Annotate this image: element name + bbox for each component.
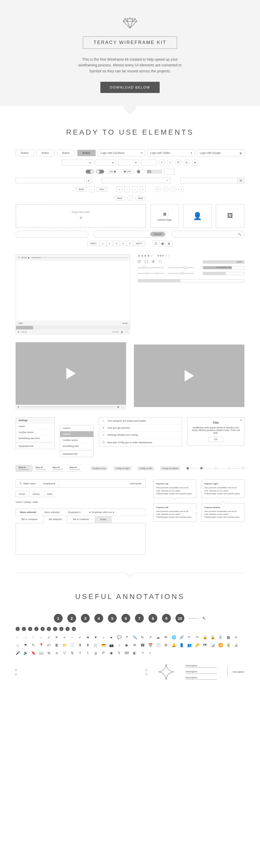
settings-item-2[interactable]: Another action (16, 429, 54, 435)
checkbox-on[interactable] (138, 260, 141, 263)
submenu-item-5[interactable]: Separated link (60, 450, 94, 457)
social-circle-4[interactable]: in (184, 159, 190, 166)
menu-toggle[interactable]: ☰ Slider menu (16, 480, 39, 488)
search-icon[interactable]: 🔍 (238, 233, 243, 236)
settings-item-1[interactable]: Action (16, 424, 54, 429)
heart-rating[interactable]: ♥♥♥♡♡ (157, 254, 171, 257)
input-with-addon[interactable]: @ (180, 178, 245, 183)
video-thumb-1[interactable] (15, 342, 126, 405)
rewind-icon[interactable]: ⟲ (18, 256, 20, 259)
page-4[interactable]: 4 (120, 241, 126, 246)
avatar-box[interactable]: 👤 (183, 204, 212, 227)
video-scrubber[interactable] (16, 326, 130, 330)
search-rounded[interactable] (15, 231, 88, 238)
radio-off[interactable] (159, 260, 162, 263)
step-3[interactable]: Step 03Text example (50, 465, 68, 472)
step-4[interactable]: Step 04Text example (67, 465, 84, 472)
page-prev[interactable]: ‹ (89, 186, 95, 192)
download-button[interactable]: DOWNLOAD BELOW (100, 82, 159, 93)
search-button[interactable]: Search (150, 232, 165, 237)
video-thumb-2[interactable] (134, 345, 245, 407)
login-twitter-button[interactable]: Login with Twittert (147, 150, 195, 156)
next-pill-button[interactable]: Next (135, 196, 146, 200)
dot-3[interactable] (214, 467, 217, 469)
social-circle-3[interactable]: P (175, 159, 182, 166)
slider-3[interactable] (138, 273, 164, 274)
toggle-off-dark[interactable] (96, 169, 104, 174)
nav-dropdown[interactable]: Dropdown ▾ (39, 480, 59, 488)
menu-sel-1[interactable]: Menu selected (16, 509, 40, 516)
dot-5[interactable] (242, 467, 245, 469)
view-card-icon[interactable]: ⊞ (165, 241, 172, 246)
image-box[interactable]: 🖼 (216, 204, 245, 227)
pager-prev[interactable]: ‹ (124, 186, 130, 192)
page-5[interactable]: 5 (126, 241, 134, 246)
page-3[interactable]: 3 (113, 241, 120, 246)
submenu-item-1[interactable]: Action1 › (60, 425, 94, 431)
volume-icon[interactable]: 🔊 (117, 406, 120, 408)
toggle-off-label[interactable]: OFF (121, 169, 135, 174)
pager-first[interactable]: « (116, 186, 122, 192)
round-pager-last[interactable]: » (178, 186, 184, 192)
tab-2[interactable]: Tab selected (43, 516, 67, 523)
login-google-button[interactable]: Login with Googleg (197, 150, 245, 156)
dot-1[interactable] (186, 467, 189, 469)
dot-4[interactable] (228, 467, 231, 469)
back-button[interactable]: Back (76, 187, 87, 192)
next-button[interactable]: Next (97, 187, 107, 192)
submenu-item-3[interactable]: Another action (60, 437, 94, 443)
menu-sel-2[interactable]: Menu selected (40, 509, 64, 516)
play-icon[interactable]: ▶ (18, 406, 20, 408)
back-pill-button[interactable]: Back (114, 196, 125, 200)
search-with-icon[interactable]: 🔍 (172, 231, 245, 238)
round-pager-first[interactable]: « (155, 186, 161, 192)
dropdown-2[interactable]: ▾ (95, 160, 116, 165)
crumb-home[interactable]: Home (15, 491, 29, 497)
button-3[interactable]: Button (57, 150, 75, 156)
stepper-input[interactable] (164, 169, 175, 175)
page-2[interactable]: 2 (106, 241, 113, 246)
text-input-clear[interactable]: ✕ (102, 178, 171, 183)
tab-1[interactable]: Tab in container (15, 516, 43, 523)
star-rating[interactable]: ★★★★☆ (138, 254, 153, 257)
segment-slider[interactable] (147, 170, 162, 174)
upload-image-box[interactable]: ▦ Upload image (150, 204, 179, 227)
modal-ok-button[interactable]: OK (209, 437, 223, 442)
addon-icon[interactable]: @ (237, 178, 245, 183)
button-4[interactable]: Button (77, 150, 96, 156)
video-canvas[interactable] (16, 261, 130, 320)
pager-last[interactable]: » (140, 186, 146, 192)
social-circle-2[interactable]: t (167, 159, 173, 166)
view-grid-icon[interactable]: ▦ (159, 241, 166, 246)
clear-icon[interactable]: ✕ (166, 179, 169, 182)
button-2[interactable]: Button (36, 150, 54, 156)
view-list-icon[interactable]: ☰ (153, 241, 159, 246)
step-2[interactable]: Step 02Text example (33, 465, 50, 472)
input-small[interactable] (141, 160, 156, 165)
submenu-item-2[interactable]: Action2 (60, 431, 94, 437)
play-small-icon[interactable]: ▶ (18, 331, 20, 333)
radio-on[interactable] (152, 260, 155, 263)
tab-3[interactable]: Tab in container (67, 516, 95, 523)
checkbox-off[interactable] (145, 260, 148, 263)
volume-icon[interactable]: 🔊 (121, 331, 123, 333)
settings-item-4[interactable]: Separated link (16, 442, 54, 449)
step-1[interactable]: Step 01Text example (15, 465, 34, 472)
page-1[interactable]: 1 (99, 241, 106, 246)
slider-2[interactable] (168, 267, 194, 268)
search-with-button[interactable]: Search (94, 231, 166, 238)
crumb-data[interactable]: Data (44, 491, 57, 497)
toggle-on-dark[interactable] (85, 169, 94, 174)
button-1[interactable]: Button (15, 150, 34, 156)
nav-user[interactable]: Username ▾ (126, 480, 145, 488)
round-pager-prev[interactable]: ‹ (163, 186, 169, 192)
play-icon[interactable]: ▶ (28, 256, 30, 259)
close-icon[interactable]: ✕ (240, 419, 242, 422)
login-facebook-button[interactable]: Login with Facebookf (98, 150, 145, 156)
text-input-1[interactable] (15, 178, 84, 183)
page-prev-btn[interactable]: PREV (87, 241, 100, 246)
page-prev-round[interactable]: ‹ (127, 195, 133, 201)
file-dropzone[interactable]: Drag Files Here + (15, 204, 146, 227)
social-circle-5[interactable]: ✉ (192, 159, 198, 166)
settings-item-3[interactable]: Something else here (16, 435, 54, 441)
